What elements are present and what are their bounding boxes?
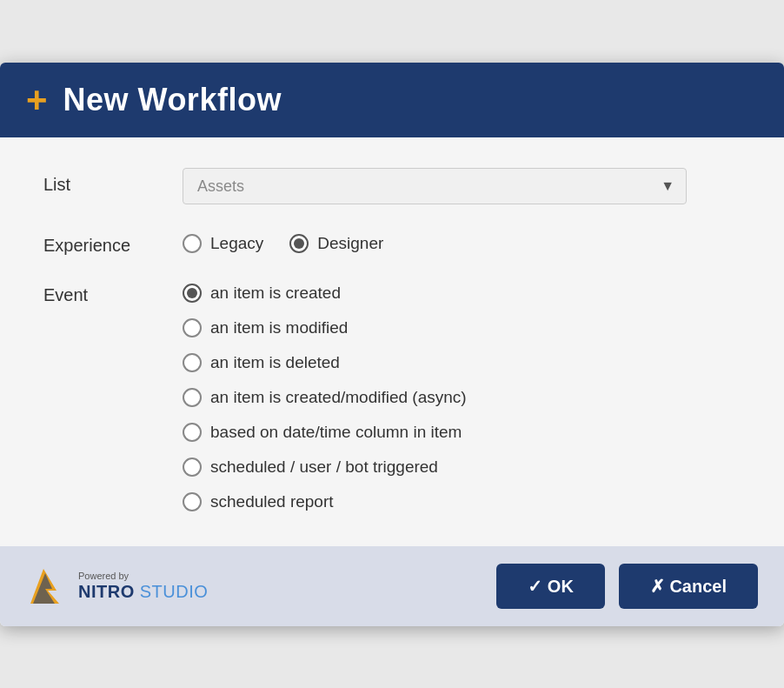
list-control: Assets Projects Tasks Contacts ▼ <box>183 168 741 204</box>
ok-button[interactable]: ✓ OK <box>496 564 605 609</box>
event-deleted-option[interactable]: an item is deleted <box>183 353 741 372</box>
list-row: List Assets Projects Tasks Contacts ▼ <box>43 168 741 204</box>
designer-label: Designer <box>317 234 383 253</box>
list-select-wrapper: Assets Projects Tasks Contacts ▼ <box>183 168 687 204</box>
dialog-title: New Workflow <box>63 82 282 118</box>
dialog-footer: Powered by NITRO STUDIO ✓ OK ✗ Cancel <box>0 546 784 626</box>
event-scheduled-report-option[interactable]: scheduled report <box>183 492 741 511</box>
event-deleted-circle <box>183 353 202 372</box>
designer-radio-circle <box>289 234 309 253</box>
legacy-label: Legacy <box>210 234 263 253</box>
experience-legacy-option[interactable]: Legacy <box>183 234 263 253</box>
experience-designer-option[interactable]: Designer <box>289 234 383 253</box>
event-created-circle <box>183 284 202 303</box>
plus-icon: + <box>26 82 48 118</box>
experience-control: Legacy Designer <box>183 229 741 253</box>
cancel-button[interactable]: ✗ Cancel <box>619 564 758 609</box>
experience-radio-group: Legacy Designer <box>183 229 741 253</box>
event-async-circle <box>183 388 202 407</box>
event-scheduled-user-bot-option[interactable]: scheduled / user / bot triggered <box>183 458 741 477</box>
event-scheduled-bot-circle <box>183 458 202 477</box>
list-select[interactable]: Assets Projects Tasks Contacts <box>183 168 687 204</box>
experience-label: Experience <box>43 229 183 256</box>
event-scheduled-report-circle <box>183 492 202 511</box>
dialog-body: List Assets Projects Tasks Contacts ▼ Ex… <box>0 137 784 546</box>
brand-logo: Powered by NITRO STUDIO <box>26 564 208 608</box>
event-datetime-option[interactable]: based on date/time column in item <box>183 423 741 442</box>
event-async-label: an item is created/modified (async) <box>210 388 467 407</box>
event-modified-label: an item is modified <box>210 318 348 337</box>
event-scheduled-report-label: scheduled report <box>210 492 334 511</box>
experience-row: Experience Legacy Designer <box>43 229 741 256</box>
event-control: an item is created an item is modified a… <box>183 280 741 511</box>
powered-by-text: Powered by <box>78 571 208 581</box>
brand-name-text: NITRO STUDIO <box>78 582 208 601</box>
list-label: List <box>43 168 183 195</box>
event-datetime-label: based on date/time column in item <box>210 423 462 442</box>
event-row: Event an item is created an item is modi… <box>43 280 741 511</box>
event-modified-option[interactable]: an item is modified <box>183 318 741 337</box>
nitro-logo-icon <box>26 564 70 608</box>
brand-text: Powered by NITRO STUDIO <box>78 571 208 600</box>
new-workflow-dialog: + New Workflow List Assets Projects Task… <box>0 63 784 626</box>
legacy-radio-circle <box>183 234 202 253</box>
event-created-modified-async-option[interactable]: an item is created/modified (async) <box>183 388 741 407</box>
event-radio-group: an item is created an item is modified a… <box>183 280 741 511</box>
event-modified-circle <box>183 318 202 337</box>
event-label: Event <box>43 280 183 305</box>
event-created-label: an item is created <box>210 284 341 303</box>
event-created-option[interactable]: an item is created <box>183 284 741 303</box>
footer-buttons: ✓ OK ✗ Cancel <box>496 564 758 609</box>
event-datetime-circle <box>183 423 202 442</box>
event-deleted-label: an item is deleted <box>210 353 340 372</box>
dialog-header: + New Workflow <box>0 63 784 137</box>
event-scheduled-bot-label: scheduled / user / bot triggered <box>210 458 438 477</box>
